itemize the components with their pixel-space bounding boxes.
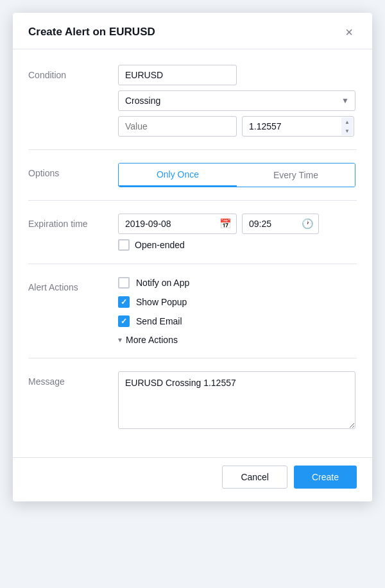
show-popup-checkbox[interactable] [118,296,130,308]
open-ended-row: Open-ended [118,239,357,251]
notify-app-checkbox[interactable] [118,277,130,289]
send-email-checkbox[interactable] [118,315,130,327]
options-row: Options Only Once Every Time [28,163,357,187]
spin-up-button[interactable]: ▲ [341,117,353,126]
crossing-select[interactable]: Crossing Crossing Up Crossing Down Great… [118,90,355,111]
expiration-row: Expiration time 📅 🕐 Open-ended [28,214,357,251]
date-input-wrap: 📅 [118,214,237,234]
more-actions-label: More Actions [126,335,178,345]
cancel-button[interactable]: Cancel [222,466,287,489]
modal-title: Create Alert on EURUSD [28,26,155,38]
open-ended-label: Open-ended [135,240,185,250]
create-alert-modal: Create Alert on EURUSD × Condition Cross… [13,13,372,501]
time-input[interactable] [242,214,319,234]
more-actions-row[interactable]: ▾ More Actions [118,335,357,345]
value-input[interactable] [118,116,237,137]
spin-buttons: ▲ ▼ [341,117,353,135]
spin-down-button[interactable]: ▼ [341,126,353,135]
notify-app-label: Notify on App [136,278,189,288]
value-input-wrap [118,116,237,137]
condition-label: Condition [28,65,118,80]
message-controls: EURUSD Crossing 1.12557 [118,371,357,429]
expiration-date-row: 📅 🕐 [118,214,357,234]
numeric-value-input[interactable] [242,116,354,137]
divider-2 [28,200,357,201]
create-button[interactable]: Create [294,466,357,489]
divider-3 [28,264,357,264]
condition-input[interactable] [118,65,237,85]
close-button[interactable]: × [341,24,357,40]
message-label: Message [28,371,118,387]
send-email-label: Send Email [136,316,182,326]
show-popup-item: Show Popup [118,296,357,308]
condition-row: Condition Crossing Crossing Up Crossing … [28,65,357,137]
every-time-button[interactable]: Every Time [237,164,355,187]
options-label: Options [28,163,118,178]
time-input-wrap: 🕐 [242,214,319,234]
modal-footer: Cancel Create [13,457,372,501]
message-textarea[interactable]: EURUSD Crossing 1.12557 [118,371,355,429]
value-row: ▲ ▼ [118,116,357,137]
chevron-down-icon: ▾ [118,335,122,344]
open-ended-checkbox[interactable] [118,239,130,251]
show-popup-label: Show Popup [136,297,187,307]
notify-app-item: Notify on App [118,277,357,289]
crossing-select-wrapper: Crossing Crossing Up Crossing Down Great… [118,90,355,111]
date-input[interactable] [118,214,237,234]
only-once-button[interactable]: Only Once [119,164,237,187]
message-row: Message EURUSD Crossing 1.12557 [28,371,357,429]
divider-1 [28,149,357,150]
modal-header: Create Alert on EURUSD × [13,13,372,49]
alert-actions-row: Alert Actions Notify on App Show Popup S… [28,277,357,345]
divider-4 [28,358,357,358]
condition-controls: Crossing Crossing Up Crossing Down Great… [118,65,357,137]
send-email-item: Send Email [118,315,357,327]
expiration-label: Expiration time [28,214,118,229]
numeric-input-wrap: ▲ ▼ [242,116,354,137]
options-controls: Only Once Every Time [118,163,357,187]
alert-actions-controls: Notify on App Show Popup Send Email ▾ Mo… [118,277,357,345]
modal-body: Condition Crossing Crossing Up Crossing … [13,49,372,452]
options-toggle-group: Only Once Every Time [118,163,355,187]
alert-actions-label: Alert Actions [28,277,118,292]
expiration-controls: 📅 🕐 Open-ended [118,214,357,251]
actions-list: Notify on App Show Popup Send Email ▾ Mo… [118,277,357,345]
